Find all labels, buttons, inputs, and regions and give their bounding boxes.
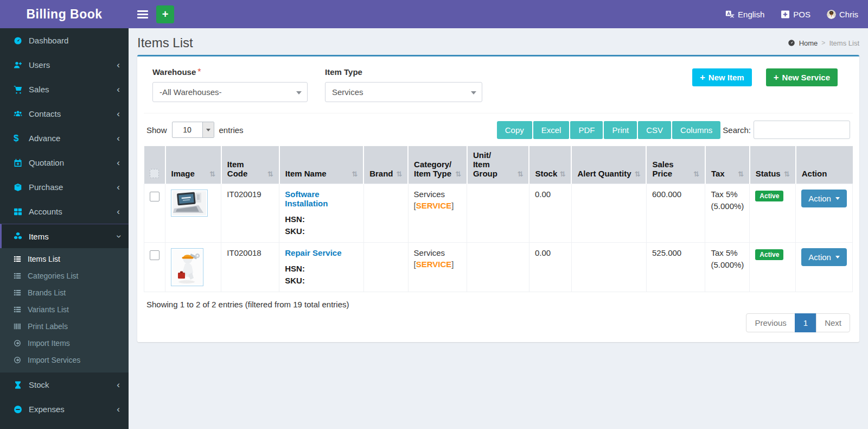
previous-page-button[interactable]: Previous (746, 313, 795, 332)
chevron-left-icon: ‹ (117, 60, 120, 70)
new-service-button[interactable]: + New Service (766, 68, 838, 86)
sidebar-subitem-import-items[interactable]: Import Items (0, 335, 129, 351)
row-checkbox[interactable] (150, 192, 159, 201)
new-item-button[interactable]: + New Item (692, 68, 752, 86)
column-header-tax[interactable]: Tax⇅ (705, 146, 750, 184)
user-plus-icon (14, 61, 23, 70)
sidebar-item-expenses[interactable]: Expenses ‹ (0, 397, 129, 421)
item-code-cell: IT020019 (221, 184, 279, 243)
item-name-link[interactable]: Software Installation (285, 190, 328, 208)
sidebar-item-advance[interactable]: $ Advance ‹ (0, 126, 129, 150)
sidebar-toggle-icon[interactable] (137, 10, 148, 18)
column-header-item-code[interactable]: Item Code⇅ (221, 146, 279, 184)
item-image-repair-mascot[interactable] (171, 248, 203, 286)
pos-link[interactable]: POS (781, 10, 810, 19)
language-menu[interactable]: English (725, 10, 764, 19)
search-input[interactable] (754, 121, 850, 139)
sidebar-item-sales[interactable]: Sales ‹ (0, 77, 129, 102)
items-list-card: Warehouse* -All Warehouses- Item Type Se… (137, 55, 859, 342)
sidebar-subitem-categories-list[interactable]: Categories List (0, 267, 129, 284)
sidebar-item-accounts[interactable]: Accounts ‹ (0, 199, 129, 224)
users-icon (14, 110, 23, 118)
home-dashboard-icon (788, 39, 795, 47)
breadcrumb-current: Items List (829, 39, 859, 47)
page-1-button[interactable]: 1 (795, 313, 816, 332)
item-image-laptop[interactable] (171, 190, 208, 217)
action-dropdown-button[interactable]: Action (801, 190, 847, 207)
item-name-link[interactable]: Repair Service (285, 248, 341, 257)
item-type-label: Item Type (325, 67, 362, 77)
breadcrumb-home-link[interactable]: Home (799, 39, 818, 47)
item-type-select[interactable]: Services (325, 82, 482, 102)
unit-group-cell (467, 184, 529, 243)
columns-button[interactable]: Columns (672, 121, 720, 139)
sidebar-item-items[interactable]: Items ‹ (0, 224, 129, 248)
quick-add-button[interactable]: + (156, 5, 174, 23)
sidebar-subitem-variants-list[interactable]: Variants List (0, 301, 129, 318)
copy-button[interactable]: Copy (497, 121, 532, 139)
sidebar-subitem-brands-list[interactable]: Brands List (0, 284, 129, 301)
sidebar-subitem-items-list[interactable]: Items List (0, 250, 129, 267)
navbar: + English POS (129, 0, 868, 28)
next-page-button[interactable]: Next (816, 313, 850, 332)
table-row: IT020018 Repair Service HSN: SKU: Servic… (144, 243, 853, 292)
action-cell: Action (796, 184, 853, 243)
status-cell: Active (750, 243, 796, 292)
select-all-checkbox[interactable] (150, 169, 159, 178)
pdf-button[interactable]: PDF (570, 121, 603, 139)
item-code-cell: IT020018 (221, 243, 279, 292)
app-brand: Billing Book (0, 0, 129, 28)
brand-cell (363, 184, 408, 243)
column-header-unit-item-group[interactable]: Unit/Item Group⇅ (467, 146, 529, 184)
export-buttons: Copy Excel PDF Print CSV Columns (497, 121, 721, 139)
sidebar-item-users[interactable]: Users ‹ (0, 53, 129, 77)
column-header-sales-price[interactable]: Sales Price⇅ (646, 146, 705, 184)
csv-button[interactable]: CSV (638, 121, 671, 139)
print-button[interactable]: Print (604, 121, 637, 139)
hourglass-icon (14, 381, 23, 389)
list-icon (14, 306, 23, 313)
sidebar-item-stock[interactable]: Stock ‹ (0, 373, 129, 397)
sidebar-item-purchase[interactable]: Purchase ‹ (0, 175, 129, 199)
breadcrumb: Home > Items List (788, 39, 859, 47)
required-asterisk: * (197, 67, 201, 77)
column-header-item-name[interactable]: Item Name⇅ (279, 146, 363, 184)
items-submenu: Items List Categories List Brands List V… (0, 248, 129, 373)
plus-icon: + (774, 73, 779, 82)
column-header-alert-quantity[interactable]: Alert Quantity⇅ (571, 146, 646, 184)
sidebar-item-quotation[interactable]: Quotation ‹ (0, 150, 129, 175)
sidebar-item-dashboard[interactable]: Dashboard (0, 28, 129, 53)
column-header-category-item-type[interactable]: Category/Item Type⇅ (408, 146, 467, 184)
item-type-filter: Item Type Services (325, 67, 482, 102)
column-header-status[interactable]: Status⇅ (750, 146, 796, 184)
sort-icon: ⇅ (396, 170, 402, 178)
sidebar-item-contacts[interactable]: Contacts ‹ (0, 102, 129, 126)
cubes-icon (14, 232, 23, 241)
excel-button[interactable]: Excel (533, 121, 570, 139)
cart-icon (14, 85, 23, 94)
sidebar-subitem-import-services[interactable]: Import Services (0, 351, 129, 368)
table-info: Showing 1 to 2 of 2 entries (filtered fr… (144, 292, 853, 310)
page-title: Items List (137, 35, 193, 51)
sales-price-cell: 525.000 (646, 243, 705, 292)
caret-down-icon (835, 197, 840, 200)
sidebar-subitem-print-labels[interactable]: Print Labels (0, 318, 129, 335)
warehouse-select[interactable]: -All Warehouses- (152, 82, 308, 102)
sort-icon: ⇅ (559, 170, 565, 178)
service-tag: SERVICE (416, 201, 452, 210)
warehouse-filter: Warehouse* -All Warehouses- (152, 67, 308, 102)
chevron-left-icon: ‹ (117, 182, 120, 192)
import-icon (14, 356, 23, 364)
column-header-brand[interactable]: Brand⇅ (363, 146, 408, 184)
main-content: Items List Home > Items List Warehouse* … (129, 0, 868, 342)
user-menu[interactable]: Chris (827, 10, 858, 19)
action-dropdown-button[interactable]: Action (801, 248, 847, 266)
chevron-left-icon: ‹ (117, 405, 120, 414)
sort-icon: ⇅ (455, 170, 461, 178)
column-header-stock[interactable]: Stock⇅ (529, 146, 571, 184)
column-header-image[interactable]: Image⇅ (165, 146, 221, 184)
sort-icon: ⇅ (209, 170, 215, 178)
page-length-select[interactable]: 10 (172, 122, 214, 138)
row-checkbox[interactable] (150, 250, 159, 260)
item-name-cell: Repair Service HSN: SKU: (279, 243, 363, 292)
